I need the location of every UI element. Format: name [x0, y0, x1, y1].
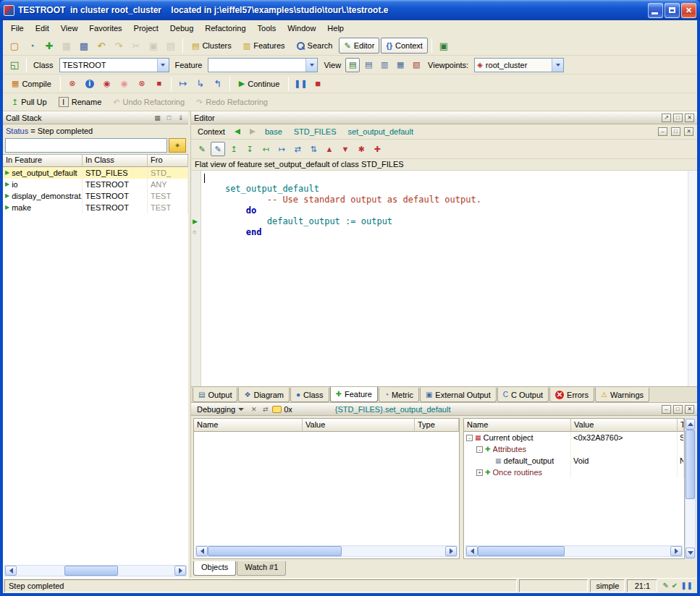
breadcrumb-item[interactable]: STD_FILES [294, 127, 337, 136]
breadcrumb-item[interactable]: set_output_default [347, 127, 413, 136]
callstack-tool-button[interactable]: ✦ [169, 138, 186, 153]
close-debug-tool-icon[interactable]: ✕ [249, 406, 258, 413]
breakpoint-arrow-icon[interactable]: ▶ [193, 218, 198, 225]
new-class-icon[interactable]: ✚ [41, 38, 57, 54]
features-button[interactable]: ▥ Features [238, 38, 290, 54]
scroll-right-button[interactable] [445, 546, 457, 556]
debug-titlebar[interactable]: Debugging ✕ ⇄ 0x {STD_FILES}.set_output_… [191, 403, 697, 416]
creations-icon[interactable]: ▼ [338, 142, 353, 156]
column-header[interactable]: Fro [148, 155, 188, 167]
discard-assertions-icon[interactable]: ⊗ [64, 76, 80, 92]
close-button[interactable]: ✕ [681, 3, 696, 18]
scroll-right-button[interactable] [174, 566, 186, 576]
hex-display-icon[interactable] [272, 406, 282, 413]
callstack-row[interactable]: ▶make TESTROOT TEST [3, 202, 188, 213]
flat-view-icon[interactable]: ▦ [393, 58, 408, 72]
editor-maximize-button[interactable]: □ [673, 114, 683, 122]
column-header[interactable]: Type [415, 419, 459, 432]
menu-item[interactable]: Debug [164, 22, 199, 35]
viewpoints-combo-dropdown-button[interactable] [552, 59, 563, 72]
object-tree-row[interactable]: + ✚ Once routines [464, 467, 684, 478]
menu-item[interactable]: Favorites [83, 22, 127, 35]
object-tree-row[interactable]: - ✚ Attributes [464, 443, 684, 455]
redo-icon[interactable]: ↷ [111, 38, 127, 54]
feature-combo-dropdown-button[interactable] [305, 59, 317, 72]
menu-item[interactable]: Edit [30, 22, 55, 35]
new-window-icon[interactable]: ▢ [7, 38, 22, 54]
debug-close-button[interactable]: ✕ [685, 405, 694, 414]
code-line[interactable]: do [204, 205, 688, 216]
menu-item[interactable]: Help [321, 22, 350, 35]
send-to-new-tool-button[interactable]: ◱ [7, 57, 22, 73]
breakpoint-circle-icon[interactable]: ○ [193, 229, 196, 236]
context-maximize-button[interactable]: □ [671, 127, 680, 136]
menu-item[interactable]: Tools [252, 22, 282, 35]
editor-button[interactable]: ✎ Editor [339, 38, 379, 54]
remove-breakpoints-icon[interactable]: ⊗ [134, 76, 150, 92]
editor-gutter[interactable]: ▶○ [191, 171, 201, 386]
scroll-left-button[interactable] [5, 566, 17, 576]
object-tree-row[interactable]: - ▦ Current object <0x32A8760> STD_ [464, 432, 684, 443]
save-callstack-icon[interactable]: ▦ [153, 114, 162, 122]
editor-vscrollbar[interactable] [688, 171, 697, 386]
rename-button[interactable]: I Rename [54, 94, 107, 110]
code-area[interactable]: set_output_default -- Use standard outpu… [201, 171, 688, 386]
undo-icon[interactable]: ↶ [93, 38, 109, 54]
clickable-view-icon[interactable]: ▥ [377, 58, 392, 72]
menu-item[interactable]: Refactoring [199, 22, 251, 35]
column-header[interactable]: Name [464, 419, 571, 432]
class-combo[interactable]: TESTROOT [59, 58, 169, 72]
ignore-breakpoints-icon[interactable]: ■ [151, 76, 167, 92]
column-header[interactable]: In Class [83, 155, 148, 167]
creators-icon[interactable]: ▲ [322, 142, 337, 156]
code-line[interactable]: default_output := output [204, 216, 688, 227]
viewpoints-combo[interactable]: ◈ root_cluster [474, 58, 564, 72]
callstack-filter-input[interactable] [5, 138, 167, 153]
pull-up-button[interactable]: ↥ Pull Up [7, 94, 52, 110]
open-file-icon[interactable]: ◔ [24, 38, 40, 54]
callees-icon[interactable]: ↦ [274, 142, 289, 156]
disable-breakpoints-icon[interactable]: ◉ [117, 76, 132, 92]
column-header[interactable]: Value [571, 419, 678, 432]
code-line[interactable]: end [204, 227, 688, 238]
enable-breakpoints-icon[interactable]: ◉ [99, 76, 115, 92]
scroll-thumb[interactable] [686, 430, 695, 499]
column-header[interactable]: Name [194, 419, 303, 432]
tab-metric[interactable]: ◔ Metric [379, 388, 419, 402]
tab-objects[interactable]: Objects [193, 561, 236, 576]
callstack-row[interactable]: ▶io TESTROOT ANY [3, 179, 188, 190]
menu-item[interactable]: File [5, 22, 30, 35]
new-tab-view-icon[interactable]: ▤ [345, 58, 360, 72]
homonyms-icon[interactable]: ✱ [354, 142, 368, 156]
minimize-panel-icon[interactable]: ⇓ [176, 114, 185, 122]
column-header[interactable]: In Feature [3, 155, 83, 167]
step-into-icon[interactable]: ↳ [193, 76, 208, 92]
scroll-track[interactable] [478, 546, 670, 556]
scroll-track[interactable] [208, 546, 445, 556]
object-tree-row[interactable]: ▦ default_output Void NON [464, 455, 684, 467]
clusters-button[interactable]: ▤ Clusters [187, 38, 237, 54]
code-line[interactable]: set_output_default [204, 184, 688, 195]
compile-button[interactable]: ▦ Compile [7, 76, 56, 92]
menu-item[interactable]: Window [282, 22, 321, 35]
scroll-thumb[interactable] [208, 546, 342, 556]
context-minimize-button[interactable]: – [658, 127, 667, 136]
exception-trace-icon[interactable]: ⇄ [261, 406, 270, 413]
scroll-track[interactable] [17, 566, 174, 576]
implementers-icon[interactable]: ✚ [370, 142, 384, 156]
scroll-up-button[interactable] [686, 419, 695, 430]
callstack-titlebar[interactable]: Call Stack ▦ □ ⇓ [3, 111, 188, 124]
watch-table-body[interactable] [194, 432, 459, 544]
scroll-thumb[interactable] [478, 546, 565, 556]
scroll-right-button[interactable] [670, 546, 682, 556]
search-button[interactable]: Search [292, 38, 338, 54]
column-header[interactable]: Typ [678, 419, 684, 432]
scroll-track[interactable] [686, 430, 695, 548]
maximize-button[interactable] [665, 3, 680, 18]
menu-item[interactable]: Project [128, 22, 164, 35]
scroll-left-button[interactable] [466, 546, 478, 556]
external-editor-button[interactable]: ▣ [436, 38, 452, 54]
callstack-row[interactable]: ▶set_output_default STD_FILES STD_ [3, 167, 188, 179]
editor-titlebar[interactable]: Editor ↗ □ ✕ [191, 111, 697, 124]
tab-c-output[interactable]: C C Output [497, 388, 549, 402]
